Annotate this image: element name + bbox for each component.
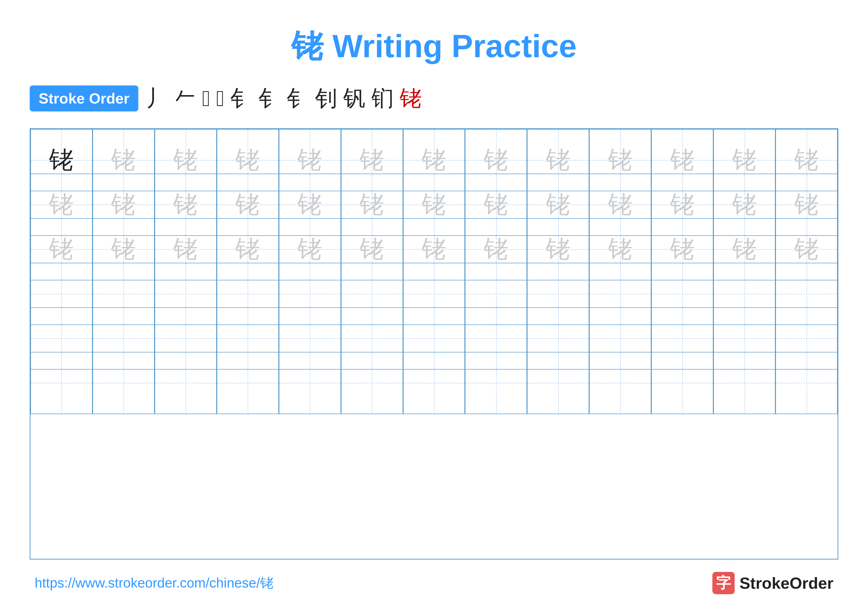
- grid-cell[interactable]: [775, 352, 837, 414]
- grid-cell[interactable]: [155, 352, 217, 414]
- stroke-10: 钔: [371, 83, 394, 113]
- brand-name: StrokeOrder: [739, 574, 833, 592]
- stroke-6: 钅: [259, 83, 281, 113]
- stroke-sequence: 丿 𠂉 𠃊 𠃌 钅 钅 钅 钊 钒 钔 铑: [146, 83, 422, 113]
- grid-cell[interactable]: [279, 352, 341, 414]
- grid-cell[interactable]: [651, 352, 713, 414]
- stroke-3: 𠃊: [202, 86, 210, 111]
- grid-cell[interactable]: [527, 352, 589, 414]
- grid-cell[interactable]: [93, 352, 155, 414]
- stroke-8: 钊: [315, 83, 337, 113]
- grid-cell[interactable]: [589, 352, 651, 414]
- stroke-1: 丿: [146, 83, 168, 113]
- stroke-2: 𠂉: [174, 86, 196, 111]
- grid-cell[interactable]: [217, 352, 279, 414]
- grid-cell[interactable]: [341, 352, 403, 414]
- stroke-7: 钅: [287, 83, 309, 113]
- grid-cell[interactable]: [713, 352, 775, 414]
- stroke-9: 钒: [343, 83, 366, 113]
- stroke-11: 铑: [400, 83, 422, 113]
- stroke-order-badge: Stroke Order: [30, 85, 138, 112]
- footer-url: https://www.strokeorder.com/chinese/铑: [35, 574, 274, 592]
- grid-cell[interactable]: [31, 352, 93, 414]
- stroke-5: 钅: [230, 83, 253, 113]
- grid-cell[interactable]: [465, 352, 527, 414]
- page: 铑 Writing Practice Stroke Order 丿 𠂉 𠃊 𠃌 …: [0, 0, 868, 614]
- stroke-order-row: Stroke Order 丿 𠂉 𠃊 𠃌 钅 钅 钅 钊 钒 钔 铑: [30, 83, 838, 113]
- footer: https://www.strokeorder.com/chinese/铑 字 …: [30, 572, 838, 594]
- grid-cell[interactable]: [403, 352, 465, 414]
- practice-grid: 铑铑铑铑铑铑铑铑铑铑铑铑铑铑铑铑铑铑铑铑铑铑铑铑铑铑铑铑铑铑铑铑铑铑铑铑铑铑铑: [30, 128, 838, 560]
- footer-brand: 字 StrokeOrder: [712, 572, 833, 594]
- brand-icon: 字: [712, 572, 735, 594]
- stroke-4: 𠃌: [216, 86, 225, 111]
- page-title: 铑 Writing Practice: [291, 25, 577, 68]
